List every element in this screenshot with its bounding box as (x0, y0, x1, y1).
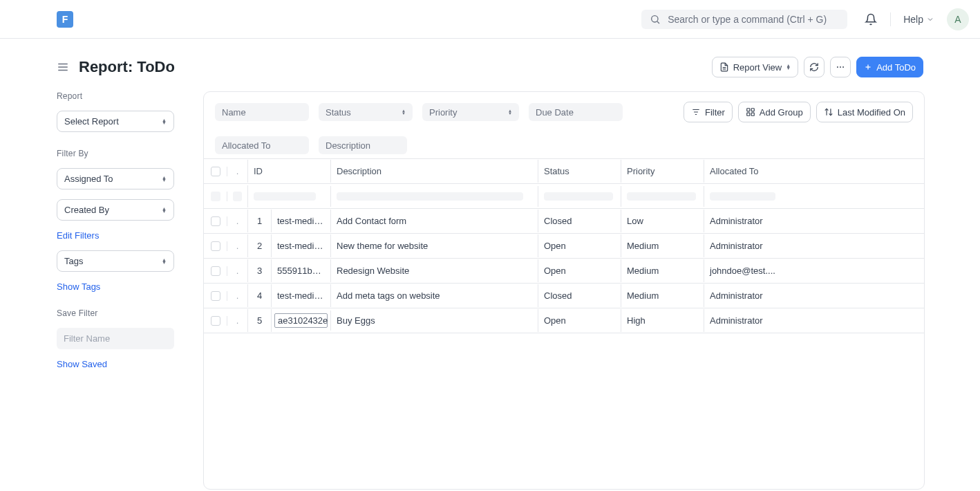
sidebar: Report Select Report ▲▼ Filter By Assign… (57, 91, 203, 490)
row-description[interactable]: Add Contact form (331, 210, 538, 232)
report-view-label: Report View (733, 62, 782, 73)
filter-name-input[interactable] (57, 328, 174, 349)
filter-label: Filter (705, 107, 725, 118)
col-header-allocated-to[interactable]: Allocated To (704, 160, 787, 183)
row-dot: . (227, 234, 248, 257)
select-report[interactable]: Select Report ▲▼ (57, 111, 174, 132)
filter-button[interactable]: Filter (684, 102, 733, 122)
row-checkbox[interactable] (211, 216, 220, 226)
table-row[interactable]: . 2 test-medium00... New theme for websi… (204, 234, 924, 259)
filter-pill-name[interactable]: Name (215, 103, 309, 121)
filter-pill-description[interactable]: Description (319, 136, 407, 154)
col-header-id[interactable]: ID (248, 160, 331, 183)
svg-point-8 (840, 66, 841, 68)
pill-label: Name (222, 107, 246, 118)
chevrons-updown-icon: ▲▼ (402, 109, 406, 115)
row-priority: Low (621, 210, 704, 232)
table-row[interactable]: . 4 test-medium00... Add meta tags on we… (204, 284, 924, 308)
row-id[interactable]: test-medium00... (272, 210, 331, 232)
assigned-to-select[interactable]: Assigned To ▲▼ (57, 168, 174, 189)
row-description[interactable]: Add meta tags on website (331, 284, 538, 307)
row-id-cell[interactable]: ae3102432e (272, 311, 331, 331)
topbar: F Help A (0, 0, 980, 39)
table-row[interactable]: . 5 ae3102432e Buy Eggs Open High Admini… (204, 308, 924, 333)
select-report-label: Select Report (64, 116, 119, 127)
table-header-row: . ID Description Status Priority Allocat… (204, 159, 924, 184)
pill-label: Status (326, 107, 351, 118)
bell-icon (865, 13, 877, 26)
filter-pills-row: Name Status ▲▼ Priority ▲▼ Due Date Filt… (204, 92, 924, 158)
row-priority: Medium (621, 284, 704, 307)
filter-pill-priority[interactable]: Priority ▲▼ (422, 103, 519, 121)
row-num: 5 (248, 309, 272, 332)
col-header-description[interactable]: Description (331, 160, 538, 183)
row-id-focused[interactable]: ae3102432e (274, 313, 328, 328)
sort-icon (824, 107, 833, 117)
row-num: 1 (248, 210, 272, 232)
col-header-priority[interactable]: Priority (621, 160, 704, 183)
row-description[interactable]: Buy Eggs (331, 309, 538, 332)
row-checkbox[interactable] (211, 241, 220, 251)
svg-rect-18 (751, 113, 754, 115)
svg-line-1 (657, 21, 659, 24)
svg-point-9 (842, 66, 844, 68)
select-all-checkbox[interactable] (211, 167, 220, 176)
show-saved-link[interactable]: Show Saved (57, 359, 195, 369)
col-header-num: . (227, 160, 248, 183)
row-checkbox[interactable] (211, 316, 220, 326)
refresh-button[interactable] (804, 57, 824, 77)
tags-select[interactable]: Tags ▲▼ (57, 250, 174, 272)
row-dot: . (227, 259, 248, 282)
group-icon (746, 107, 755, 117)
pill-label: Allocated To (222, 140, 271, 151)
filter-pill-allocated-to[interactable]: Allocated To (215, 136, 309, 154)
refresh-icon (809, 62, 819, 72)
row-allocated-to: johndoe@test.... (704, 259, 787, 282)
sidebar-toggle[interactable] (57, 61, 69, 73)
help-label: Help (903, 14, 923, 25)
filter-pill-status[interactable]: Status ▲▼ (319, 103, 413, 121)
created-by-label: Created By (64, 205, 109, 215)
show-tags-link[interactable]: Show Tags (57, 281, 195, 292)
more-actions-button[interactable] (830, 57, 851, 77)
created-by-select[interactable]: Created By ▲▼ (57, 199, 174, 221)
chevrons-updown-icon: ▲▼ (508, 109, 512, 115)
row-status: Open (538, 309, 621, 332)
row-description[interactable]: Redesign Website (331, 259, 538, 282)
row-description[interactable]: New theme for website (331, 234, 538, 257)
dots-horizontal-icon (836, 62, 845, 72)
svg-rect-16 (751, 109, 754, 111)
row-checkbox[interactable] (211, 266, 220, 276)
report-heading: Report (57, 91, 195, 101)
search-icon (650, 14, 661, 25)
pill-label: Priority (429, 107, 457, 118)
filter-pill-due-date[interactable]: Due Date (529, 103, 623, 121)
chevrons-updown-icon: ▲▼ (786, 64, 791, 70)
avatar[interactable]: A (947, 8, 969, 30)
edit-filters-link[interactable]: Edit Filters (57, 230, 195, 241)
row-id[interactable]: test-medium00... (272, 284, 331, 307)
tags-label: Tags (64, 256, 83, 266)
row-priority: High (621, 309, 704, 332)
row-id[interactable]: 555911bde7 (272, 259, 331, 282)
add-todo-button[interactable]: Add ToDo (856, 57, 923, 77)
col-header-status[interactable]: Status (538, 160, 621, 183)
chevron-down-icon (926, 15, 934, 24)
chevrons-updown-icon: ▲▼ (162, 119, 167, 124)
table-row[interactable]: . 3 555911bde7 Redesign Website Open Med… (204, 259, 924, 284)
assigned-to-label: Assigned To (64, 174, 113, 184)
row-id[interactable]: test-medium00... (272, 234, 331, 257)
app-logo[interactable]: F (57, 11, 73, 28)
global-search[interactable] (641, 10, 847, 29)
add-group-button[interactable]: Add Group (738, 102, 811, 122)
notifications-button[interactable] (864, 12, 878, 26)
row-checkbox[interactable] (211, 291, 220, 301)
save-filter-heading: Save Filter (57, 308, 195, 318)
report-view-button[interactable]: Report View ▲▼ (712, 57, 799, 77)
last-modified-button[interactable]: Last Modified On (816, 102, 913, 122)
table-row[interactable]: . 1 test-medium00... Add Contact form Cl… (204, 209, 924, 234)
help-menu[interactable]: Help (903, 14, 934, 25)
search-input[interactable] (668, 14, 839, 25)
row-status: Open (538, 259, 621, 282)
row-dot: . (227, 210, 248, 232)
